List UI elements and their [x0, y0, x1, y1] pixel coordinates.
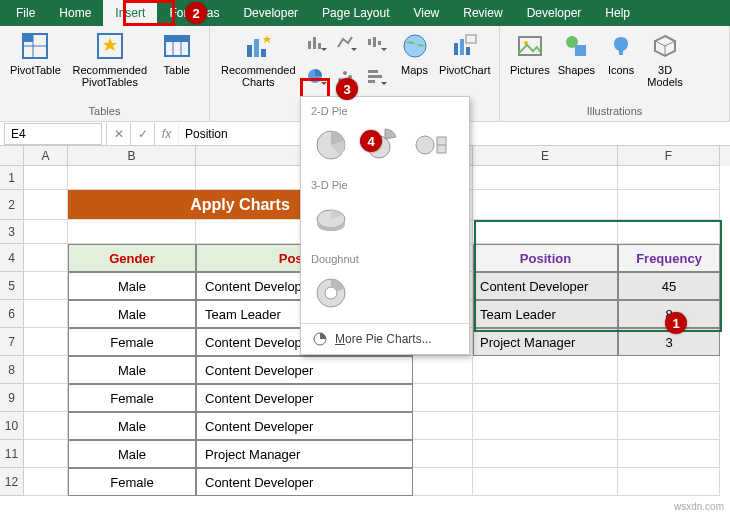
name-box[interactable]: E4 [4, 123, 102, 145]
table-header[interactable]: Gender [68, 244, 196, 272]
row-header[interactable]: 12 [0, 468, 24, 496]
table-cell[interactable]: Content Developer [196, 468, 413, 496]
tab-file[interactable]: File [4, 0, 47, 26]
cell[interactable] [618, 468, 720, 496]
bar-chart-button[interactable] [361, 62, 389, 90]
col-header-a[interactable]: A [24, 146, 68, 166]
table-cell[interactable]: Content Developer [196, 356, 413, 384]
cell[interactable] [618, 166, 720, 190]
table-cell[interactable]: Project Manager [473, 328, 618, 356]
col-header-e[interactable]: E [473, 146, 618, 166]
col-header-f[interactable]: F [618, 146, 720, 166]
row-header[interactable]: 4 [0, 244, 24, 272]
cell[interactable] [24, 440, 68, 468]
cell[interactable] [24, 244, 68, 272]
cell[interactable] [24, 328, 68, 356]
table-header[interactable]: Frequency [618, 244, 720, 272]
row-header[interactable]: 3 [0, 220, 24, 244]
cell[interactable] [618, 220, 720, 244]
cell[interactable] [413, 468, 473, 496]
table-cell[interactable]: Male [68, 412, 196, 440]
line-chart-button[interactable] [331, 28, 359, 56]
pie-3d-item[interactable] [309, 197, 353, 241]
table-button[interactable]: Table [155, 28, 199, 78]
fx-button[interactable]: fx [154, 123, 178, 145]
table-cell[interactable]: 45 [618, 272, 720, 300]
cell[interactable] [413, 440, 473, 468]
row-header[interactable]: 5 [0, 272, 24, 300]
pie-of-pie-item[interactable] [409, 123, 453, 167]
col-header-b[interactable]: B [68, 146, 196, 166]
cell[interactable] [618, 190, 720, 220]
tab-developer2[interactable]: Developer [515, 0, 594, 26]
shapes-button[interactable]: Shapes [554, 28, 599, 78]
table-cell[interactable]: Female [68, 384, 196, 412]
cell[interactable] [413, 356, 473, 384]
cell[interactable] [473, 384, 618, 412]
row-header[interactable]: 7 [0, 328, 24, 356]
table-cell[interactable]: Male [68, 356, 196, 384]
maps-button[interactable]: Maps [393, 28, 437, 78]
row-header[interactable]: 6 [0, 300, 24, 328]
tab-home[interactable]: Home [47, 0, 103, 26]
cell[interactable] [473, 468, 618, 496]
row-header[interactable]: 2 [0, 190, 24, 220]
cell[interactable] [473, 220, 618, 244]
cell[interactable] [24, 356, 68, 384]
cell[interactable] [24, 300, 68, 328]
pictures-button[interactable]: Pictures [506, 28, 554, 78]
cell[interactable] [413, 412, 473, 440]
cell[interactable] [618, 440, 720, 468]
table-cell[interactable]: Content Developer [196, 384, 413, 412]
column-chart-button[interactable] [301, 28, 329, 56]
cell[interactable] [473, 190, 618, 220]
cell[interactable] [24, 412, 68, 440]
tab-pagelayout[interactable]: Page Layout [310, 0, 401, 26]
winloss-chart-button[interactable] [361, 28, 389, 56]
table-cell[interactable]: Female [68, 328, 196, 356]
doughnut-item[interactable] [309, 271, 353, 315]
cell[interactable] [473, 440, 618, 468]
row-header[interactable]: 11 [0, 440, 24, 468]
table-cell[interactable]: Male [68, 272, 196, 300]
table-cell[interactable]: Content Developer [196, 412, 413, 440]
enter-button[interactable]: ✓ [130, 123, 154, 145]
icons-button[interactable]: Icons [599, 28, 643, 78]
cell[interactable] [24, 468, 68, 496]
table-cell[interactable]: Male [68, 300, 196, 328]
tab-help[interactable]: Help [593, 0, 642, 26]
table-cell[interactable]: Content Developer [473, 272, 618, 300]
cell[interactable] [68, 220, 196, 244]
cell[interactable] [618, 356, 720, 384]
pie-chart-button[interactable] [301, 62, 329, 90]
row-header[interactable]: 10 [0, 412, 24, 440]
cell[interactable] [68, 166, 196, 190]
cell[interactable] [24, 190, 68, 220]
table-header[interactable]: Position [473, 244, 618, 272]
row-header[interactable]: 8 [0, 356, 24, 384]
pivottable-button[interactable]: PivotTable [6, 28, 65, 78]
recommended-pivottables-button[interactable]: Recommended PivotTables [65, 28, 155, 90]
pie-2d-item[interactable] [309, 123, 353, 167]
table-cell[interactable]: Project Manager [196, 440, 413, 468]
table-cell[interactable]: Female [68, 468, 196, 496]
cell[interactable] [618, 412, 720, 440]
more-pie-charts[interactable]: MMore Pie Charts...ore Pie Charts... [301, 323, 469, 354]
row-header[interactable]: 9 [0, 384, 24, 412]
cell[interactable] [473, 356, 618, 384]
cell[interactable] [473, 166, 618, 190]
cancel-button[interactable]: ✕ [106, 123, 130, 145]
tab-review[interactable]: Review [451, 0, 514, 26]
pivotchart-button[interactable]: PivotChart [437, 28, 494, 78]
tab-developer[interactable]: Developer [231, 0, 310, 26]
cell[interactable] [413, 384, 473, 412]
table-cell[interactable]: Male [68, 440, 196, 468]
cell[interactable] [24, 272, 68, 300]
row-header[interactable]: 1 [0, 166, 24, 190]
recommended-charts-button[interactable]: Recommended Charts [216, 28, 301, 90]
tab-view[interactable]: View [401, 0, 451, 26]
table-cell[interactable]: Team Leader [473, 300, 618, 328]
cell[interactable] [24, 166, 68, 190]
3dmodels-button[interactable]: 3D Models [643, 28, 687, 90]
cell[interactable] [473, 412, 618, 440]
